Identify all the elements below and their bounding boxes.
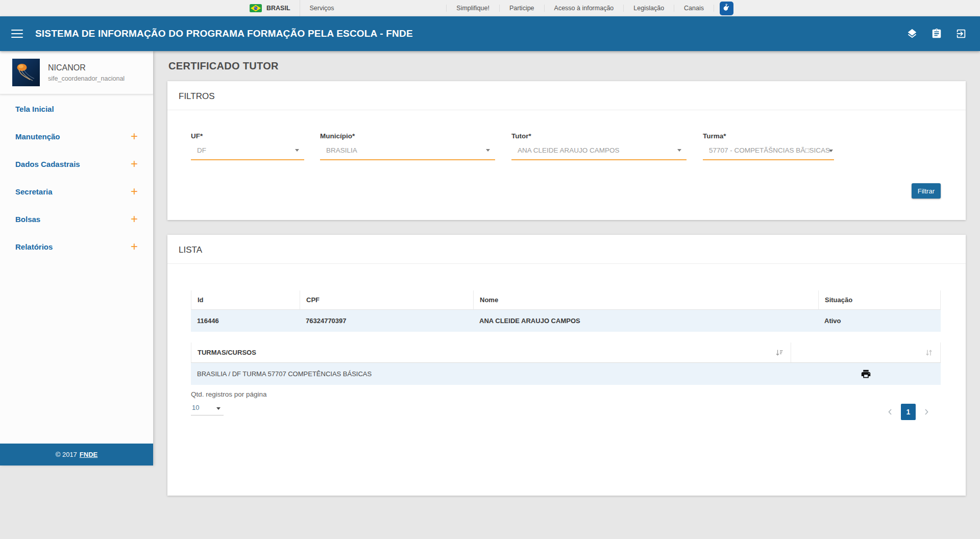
plus-icon: + bbox=[131, 240, 138, 253]
sidebar-item-dados-cadastrais[interactable]: Dados Cadastrais + bbox=[0, 150, 153, 178]
tutores-table: Id CPF Nome Situação 116446 76324770397 … bbox=[191, 290, 941, 332]
chevron-left-icon[interactable] bbox=[886, 408, 894, 416]
gov-link-servicos[interactable]: Serviços bbox=[300, 0, 344, 16]
tutor-label: Tutor* bbox=[511, 132, 687, 140]
cell-nome: ANA CLEIDE ARAUJO CAMPOS bbox=[473, 317, 818, 325]
turma-value: 57707 - COMPETÃŠNCIAS BÃ□SICAS bbox=[709, 146, 830, 154]
chevron-down-icon bbox=[216, 407, 220, 410]
layers-icon[interactable] bbox=[906, 28, 918, 39]
turma-row: BRASILIA / DF TURMA 57707 COMPETÊNCIAS B… bbox=[191, 363, 941, 385]
page-size-label: Qtd. registros por página bbox=[191, 390, 267, 398]
brazil-flag-icon bbox=[250, 4, 262, 12]
cell-cpf: 76324770397 bbox=[300, 317, 473, 325]
vlibras-icon[interactable] bbox=[720, 2, 733, 15]
plus-icon: + bbox=[131, 213, 138, 225]
copyright-text: © 2017 bbox=[56, 451, 77, 458]
tutor-value: ANA CLEIDE ARAUJO CAMPOS bbox=[518, 146, 620, 154]
sidebar-item-label: Bolsas bbox=[15, 215, 40, 224]
app-header: SISTEMA DE INFORMAÇÃO DO PROGRAMA FORMAÇ… bbox=[0, 16, 980, 51]
sort-swap-icon[interactable] bbox=[925, 349, 933, 357]
chevron-right-icon[interactable] bbox=[922, 408, 930, 416]
uf-select[interactable]: DF bbox=[191, 146, 304, 160]
uf-field: UF* DF bbox=[191, 132, 304, 160]
logout-icon[interactable] bbox=[955, 28, 967, 39]
print-icon[interactable] bbox=[861, 369, 871, 379]
turmas-header-row: TURMAS/CURSOS bbox=[191, 342, 941, 363]
gov-brand-link[interactable]: BRASIL bbox=[249, 0, 300, 16]
turma-select[interactable]: 57707 - COMPETÃŠNCIAS BÃ□SICAS bbox=[703, 146, 834, 160]
gov-link-canais[interactable]: Canais bbox=[674, 5, 714, 12]
filtrar-button[interactable]: Filtrar bbox=[912, 183, 941, 199]
chevron-down-icon bbox=[677, 149, 681, 152]
tutor-select[interactable]: ANA CLEIDE ARAUJO CAMPOS bbox=[511, 146, 687, 160]
turmas-table: TURMAS/CURSOS BRASILIA / DF bbox=[191, 342, 941, 385]
user-panel: NICANOR sife_coordenador_nacional bbox=[0, 51, 153, 94]
plus-icon: + bbox=[131, 130, 138, 142]
column-header-cpf: CPF bbox=[300, 290, 473, 309]
chevron-down-icon bbox=[829, 150, 833, 152]
sidebar-item-relatorios[interactable]: Relatórios + bbox=[0, 233, 153, 260]
filters-panel: FILTROS UF* DF Município* BRASILIA Tutor… bbox=[167, 81, 966, 220]
sidebar-item-manutencao[interactable]: Manutenção + bbox=[0, 122, 153, 150]
sort-amount-icon[interactable] bbox=[775, 349, 783, 357]
filters-title: FILTROS bbox=[167, 81, 966, 110]
page-title: CERTIFICADO TUTOR bbox=[168, 60, 279, 72]
page-size-select[interactable]: 10 bbox=[191, 403, 224, 415]
lista-title: LISTA bbox=[167, 235, 966, 264]
column-header-id: Id bbox=[191, 290, 300, 309]
page-size-value: 10 bbox=[192, 404, 199, 411]
plus-icon: + bbox=[131, 185, 138, 198]
user-name: NICANOR bbox=[48, 63, 125, 72]
gov-link-simplifique[interactable]: Simplifique! bbox=[446, 5, 499, 12]
plus-icon: + bbox=[131, 158, 138, 170]
user-avatar bbox=[12, 59, 40, 86]
sidebar-menu: Tela Inicial Manutenção + Dados Cadastra… bbox=[0, 94, 153, 260]
turma-descricao: BRASILIA / DF TURMA 57707 COMPETÊNCIAS B… bbox=[191, 370, 791, 378]
chevron-down-icon bbox=[295, 149, 299, 152]
sidebar-item-label: Relatórios bbox=[15, 242, 53, 251]
turma-label: Turma* bbox=[703, 132, 834, 140]
sidebar-item-label: Secretaria bbox=[15, 187, 53, 196]
uf-label: UF* bbox=[191, 132, 304, 140]
main-content: CERTIFICADO TUTOR FILTROS UF* DF Municíp… bbox=[153, 51, 980, 539]
pagination: 1 bbox=[886, 404, 930, 420]
table-header-row: Id CPF Nome Situação bbox=[191, 290, 941, 310]
uf-value: DF bbox=[197, 146, 206, 154]
gov-link-acesso-informacao[interactable]: Acesso à informação bbox=[544, 5, 624, 12]
municipio-label: Município* bbox=[320, 132, 495, 140]
tutor-field: Tutor* ANA CLEIDE ARAUJO CAMPOS bbox=[511, 132, 687, 160]
municipio-value: BRASILIA bbox=[326, 146, 357, 154]
sidebar-item-tela-inicial[interactable]: Tela Inicial bbox=[0, 95, 153, 122]
municipio-field: Município* BRASILIA bbox=[320, 132, 495, 160]
turmas-cursos-header: TURMAS/CURSOS bbox=[198, 349, 256, 356]
sidebar: NICANOR sife_coordenador_nacional Tela I… bbox=[0, 51, 153, 465]
fnde-link[interactable]: FNDE bbox=[80, 451, 97, 458]
cell-id: 116446 bbox=[191, 317, 300, 325]
column-header-situacao: Situação bbox=[818, 290, 941, 309]
sidebar-item-label: Tela Inicial bbox=[15, 105, 54, 113]
clipboard-icon[interactable] bbox=[931, 28, 942, 39]
sidebar-item-secretaria[interactable]: Secretaria + bbox=[0, 178, 153, 205]
municipio-select[interactable]: BRASILIA bbox=[320, 146, 495, 160]
app-root: BRASIL Serviços Simplifique! Participe A… bbox=[0, 0, 980, 539]
chevron-down-icon bbox=[486, 149, 490, 152]
user-role: sife_coordenador_nacional bbox=[48, 75, 125, 82]
column-header-nome: Nome bbox=[473, 290, 818, 309]
app-title: SISTEMA DE INFORMAÇÃO DO PROGRAMA FORMAÇ… bbox=[35, 28, 413, 39]
turma-field: Turma* 57707 - COMPETÃŠNCIAS BÃ□SICAS bbox=[703, 132, 834, 160]
gov-link-participe[interactable]: Participe bbox=[499, 5, 544, 12]
gov-brand-label: BRASIL bbox=[266, 5, 290, 12]
lista-panel: LISTA Id CPF Nome Situação 116446 763247… bbox=[167, 235, 966, 496]
sidebar-item-label: Dados Cadastrais bbox=[15, 160, 80, 168]
table-row: 116446 76324770397 ANA CLEIDE ARAUJO CAM… bbox=[191, 310, 941, 332]
sidebar-footer: © 2017 FNDE bbox=[0, 444, 153, 465]
cell-situacao: Ativo bbox=[818, 317, 941, 325]
page-number-button[interactable]: 1 bbox=[901, 404, 916, 420]
gov-bar: BRASIL Serviços Simplifique! Participe A… bbox=[0, 0, 980, 17]
menu-icon[interactable] bbox=[11, 30, 23, 38]
sidebar-item-label: Manutenção bbox=[15, 132, 60, 141]
sidebar-item-bolsas[interactable]: Bolsas + bbox=[0, 205, 153, 233]
gov-link-legislacao[interactable]: Legislação bbox=[623, 5, 674, 12]
